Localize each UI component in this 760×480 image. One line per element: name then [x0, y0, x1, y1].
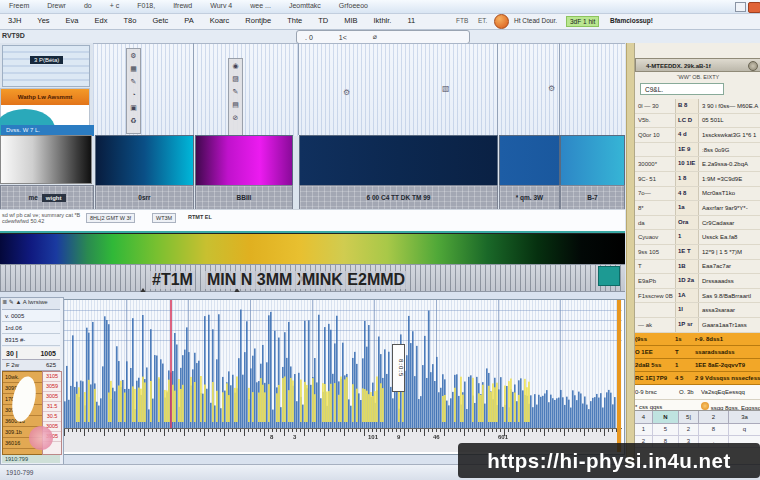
waveform-ruler-number: 9	[397, 434, 400, 440]
sidebar-row[interactable]: 9C- 511 8 1:9M =3C9d9E	[635, 172, 760, 187]
zoom-reset-icon[interactable]: ⌀	[373, 33, 377, 41]
sidebar-row[interactable]: 9ss 1051E T 12*9 | 1 5 *7)M	[635, 245, 760, 260]
sidebar-row[interactable]: 0l — 30B 8 3 90 i f0ss— M60E.A	[635, 99, 760, 114]
menu-item[interactable]: Koarc	[210, 16, 230, 25]
field-row[interactable]: 8315 #-	[2, 334, 60, 346]
titlebar-menu-item[interactable]: Wurv 4	[210, 2, 232, 9]
menubar-bold-text: Bfamciossup!	[610, 17, 653, 24]
menu-item[interactable]: Yes	[37, 16, 49, 25]
zoom-toolbar[interactable]: . 0 1< ⌀	[296, 30, 470, 44]
playhead-orange-marker[interactable]	[617, 300, 621, 452]
sidebar-title-icon[interactable]	[748, 61, 758, 71]
rows-icon[interactable]: ▤	[229, 98, 242, 111]
target-icon[interactable]: ◉	[229, 59, 242, 72]
sidebar-row[interactable]: 1l assa3saraar	[635, 303, 760, 318]
menu-item[interactable]: MIB	[344, 16, 357, 25]
spectral-gradient-bar[interactable]	[0, 233, 625, 265]
pencil-icon[interactable]: ✎	[127, 75, 140, 88]
sidebar-row[interactable]: 2daB 5ss1 1EE 8aE-2qqvvT9	[635, 359, 760, 372]
sidebar-row[interactable]: Q0or 104 d 1ssckswkat3G 1*6 1	[635, 128, 760, 143]
menu-item[interactable]: TD	[318, 16, 328, 25]
pencil-icon[interactable]: ✎	[229, 85, 242, 98]
hatch-icon[interactable]: ▨	[229, 72, 242, 85]
sidebar-row[interactable]: T1B Eaa7ac7ar	[635, 260, 760, 275]
annotation-chip: WT3M	[152, 213, 176, 223]
menu-item[interactable]: Eva	[66, 16, 79, 25]
sidebar-row[interactable]: 30000*10 1lE E.2a9ssa-0.2bqA	[635, 157, 760, 172]
menu-item[interactable]: Edx	[95, 16, 108, 25]
clip-gradient-1[interactable]	[95, 135, 194, 187]
vertical-tool-strip[interactable]: ⚙▦✎◔▣♻	[126, 48, 141, 134]
sidebar-row[interactable]: 1E 9 :8ss 0o9G	[635, 143, 760, 158]
titlebar-menu-item[interactable]: wee ...	[250, 2, 271, 9]
clip-label-bar[interactable]: 0srr	[95, 185, 194, 210]
waveform-panel[interactable]	[63, 299, 625, 455]
titlebar-menu-item[interactable]: Drewr	[47, 2, 66, 9]
sidebar-row[interactable]: daOra Cr9Cadasar	[635, 216, 760, 231]
gear-icon[interactable]: ⚙	[343, 88, 350, 97]
sidebar-row[interactable]: — ak1P sr Gaara1aaTr1ass	[635, 318, 760, 333]
menu-item[interactable]: Rontjbe	[245, 16, 271, 25]
menu-item[interactable]: T8o	[123, 16, 136, 25]
gear-icon[interactable]: ⚙	[548, 84, 555, 93]
titlebar-menu-item[interactable]: Freem	[9, 2, 29, 9]
sidebar-field[interactable]: C9&L.	[640, 83, 724, 95]
field-row[interactable]: v. 0005	[2, 310, 60, 322]
menu-item[interactable]: PA	[184, 16, 193, 25]
zoom-out-icon[interactable]: . 0	[305, 34, 313, 41]
speaker-icon[interactable]: ▧	[442, 84, 450, 93]
mini-track-thumbnail[interactable]	[2, 45, 90, 87]
project-thumbnail-card[interactable]: Wathp Lw Awsmmt Dvss. W 7 L.	[0, 88, 90, 137]
titlebar-menu-item[interactable]: do	[84, 2, 92, 9]
clip-label-text: 6 00 C4 TT DK TM 99	[367, 194, 431, 201]
clip-label-bar[interactable]: BBIII	[195, 185, 293, 210]
titlebar-menu-item[interactable]: + c	[110, 2, 120, 9]
sidebar-row[interactable]: O 1EET ssaradssadss	[635, 346, 760, 359]
sidebar-row[interactable]: Cyuaov1 Ussck Ea.fa8	[635, 230, 760, 245]
grayscale-gradient-clip[interactable]	[0, 135, 92, 184]
waveform-canvas[interactable]	[64, 300, 622, 452]
minimize-button[interactable]	[735, 2, 746, 12]
slash-icon[interactable]: ⊘	[229, 111, 242, 124]
sidebar-row[interactable]: E9aPb1D 2a Drssaaadss	[635, 274, 760, 289]
value-pair[interactable]: 30 | 1005	[2, 347, 60, 360]
menu-item[interactable]: Getc	[152, 16, 168, 25]
sidebar-row[interactable]: V5b.LC D 05 501L	[635, 114, 760, 129]
field-row[interactable]: 1rd.06	[2, 322, 60, 334]
titlebar-menu-item[interactable]: Ifrewd	[173, 2, 192, 9]
clock-icon[interactable]: ◔	[127, 88, 140, 101]
titlebar-menu-item[interactable]: Jeomttakc	[289, 2, 321, 9]
titlebar-menu-item[interactable]: Grfoeeoo	[339, 2, 368, 9]
gear-icon[interactable]: ⚙	[127, 49, 140, 62]
menu-extra-1[interactable]: FTB	[456, 17, 468, 24]
menu-extra-2[interactable]: ET.	[478, 17, 487, 24]
sidebar-row[interactable]: 8*1a Aaxrfarr 9ar9*Y*-	[635, 201, 760, 216]
grid-icon[interactable]: ▦	[127, 62, 140, 75]
recycle-icon[interactable]: ♻	[127, 114, 140, 127]
titlebar-menu-item[interactable]: F018,	[137, 2, 155, 9]
menu-item[interactable]: 11	[407, 16, 415, 25]
clip-label-bar[interactable]: * qm. 3W	[499, 185, 560, 210]
sidebar-row[interactable]: 0-9 brscO. 3b Va2sqEqEessqq	[635, 385, 760, 400]
clip-gradient-5[interactable]	[560, 135, 625, 187]
panel-icon[interactable]: ▣	[127, 101, 140, 114]
vertical-tool-strip[interactable]: ◉▨✎▤⊘	[228, 58, 243, 138]
clip-label-bar[interactable]: me wight	[0, 185, 94, 210]
clip-gradient-2[interactable]	[195, 135, 293, 187]
menu-item[interactable]: 3JH	[8, 16, 21, 25]
clip-label-bar[interactable]: B-7	[560, 185, 625, 210]
sidebar-row[interactable]: (9ss1s r-9. 8dss1	[635, 333, 760, 346]
sidebar-row[interactable]: 7o—4 8 Mcr0asT1ko	[635, 187, 760, 202]
pair-b: 1005	[40, 347, 56, 359]
clip-gradient-3[interactable]	[299, 135, 498, 187]
help-badge-icon[interactable]	[494, 14, 509, 29]
track-separator	[298, 43, 299, 135]
sidebar-row[interactable]: RC 1E] 7P94 5 2 9 Vdssqss nssecfess	[635, 372, 760, 385]
menu-item[interactable]: Ikthlr.	[374, 16, 392, 25]
close-button[interactable]	[748, 2, 760, 13]
timeline-track-area[interactable]	[93, 43, 625, 136]
clip-label-bar[interactable]: 6 00 C4 TT DK TM 99	[299, 185, 498, 210]
sidebar-row[interactable]: F1sscrew 0B1A Sas 9.8/BaBrraartl	[635, 289, 760, 304]
clip-gradient-4[interactable]	[499, 135, 560, 187]
menu-item[interactable]: Thte	[287, 16, 302, 25]
